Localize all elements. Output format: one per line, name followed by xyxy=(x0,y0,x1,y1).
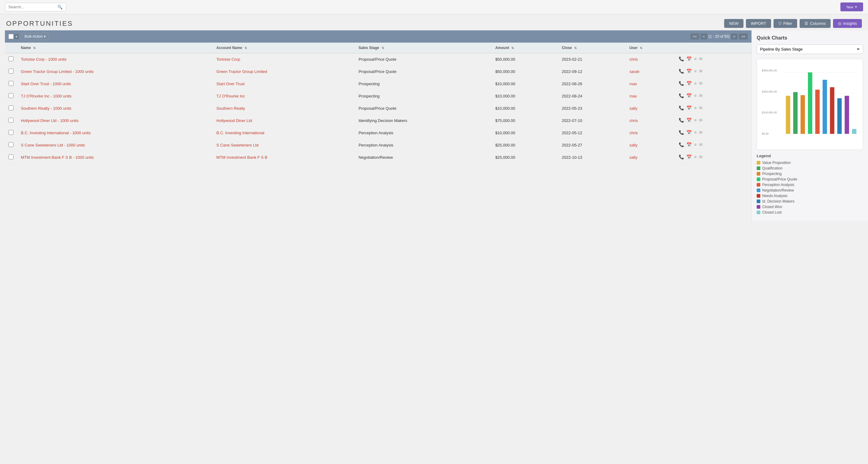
email-icon[interactable]: ✉ xyxy=(699,69,703,73)
new-header-button[interactable]: NEW xyxy=(724,19,743,28)
user-cell[interactable]: chris xyxy=(626,53,675,66)
calendar-icon[interactable]: 📅 xyxy=(686,69,692,73)
name-cell[interactable]: Tortoise Corp - 1000 units xyxy=(17,53,213,66)
user-cell[interactable]: max xyxy=(626,78,675,90)
checkbox-dropdown-arrow[interactable]: ▾ xyxy=(14,34,19,39)
last-page-button[interactable]: >> xyxy=(739,33,748,39)
notes-icon[interactable]: ≡ xyxy=(694,93,696,98)
user-cell[interactable]: chris xyxy=(626,127,675,139)
bulk-action-button[interactable]: Bulk Action ▾ xyxy=(21,33,49,40)
email-icon[interactable]: ✉ xyxy=(699,142,703,147)
notes-icon[interactable]: ≡ xyxy=(694,155,696,159)
row-checkbox[interactable] xyxy=(8,69,13,73)
email-icon[interactable]: ✉ xyxy=(699,93,703,98)
name-sort-icon[interactable]: ⇅ xyxy=(33,46,36,49)
row-checkbox[interactable] xyxy=(8,93,13,98)
name-cell[interactable]: Southern Realty - 1000 units xyxy=(17,102,213,114)
row-checkbox[interactable] xyxy=(8,81,13,86)
account-cell[interactable]: Hollywood Diner Ltd xyxy=(213,114,355,127)
name-cell[interactable]: Start Over Trust - 1000 units xyxy=(17,78,213,90)
account-cell[interactable]: Tortoise Corp xyxy=(213,53,355,66)
filter-button[interactable]: ▽ Filter xyxy=(774,19,797,28)
call-icon[interactable]: 📞 xyxy=(679,155,684,159)
name-cell[interactable]: MTM Investment Bank F S B - 1000 units xyxy=(17,152,213,164)
account-cell[interactable]: MTM Investment Bank F S B xyxy=(213,152,355,164)
account-cell[interactable]: TJ O'Rourke Inc xyxy=(213,90,355,102)
search-box[interactable]: 🔍 xyxy=(5,3,66,11)
user-cell[interactable]: sally xyxy=(626,102,675,114)
name-cell[interactable]: TJ O'Rourke Inc - 1000 units xyxy=(17,90,213,102)
calendar-icon[interactable]: 📅 xyxy=(686,118,692,123)
calendar-icon[interactable]: 📅 xyxy=(686,56,692,61)
notes-icon[interactable]: ≡ xyxy=(694,69,696,73)
email-icon[interactable]: ✉ xyxy=(699,118,703,123)
notes-icon[interactable]: ≡ xyxy=(694,56,696,61)
notes-icon[interactable]: ≡ xyxy=(694,130,696,135)
amount-col-header[interactable]: Amount ⇅ xyxy=(492,43,558,53)
call-icon[interactable]: 📞 xyxy=(679,81,684,86)
notes-icon[interactable]: ≡ xyxy=(694,81,696,86)
user-cell[interactable]: sally xyxy=(626,152,675,164)
call-icon[interactable]: 📞 xyxy=(679,105,684,110)
notes-icon[interactable]: ≡ xyxy=(694,118,696,123)
next-page-button[interactable]: > xyxy=(731,33,738,39)
row-checkbox[interactable] xyxy=(8,142,13,147)
search-input[interactable] xyxy=(8,5,57,9)
select-all-checkbox[interactable] xyxy=(8,34,13,39)
row-checkbox[interactable] xyxy=(8,155,13,159)
prev-page-button[interactable]: < xyxy=(701,33,707,39)
account-cell[interactable]: Start Over Trust xyxy=(213,78,355,90)
user-cell[interactable]: chris xyxy=(626,114,675,127)
call-icon[interactable]: 📞 xyxy=(679,142,684,147)
account-cell[interactable]: Green Tractor Group Limited xyxy=(213,66,355,78)
name-cell[interactable]: Hollywood Diner Ltd - 1000 units xyxy=(17,114,213,127)
calendar-icon[interactable]: 📅 xyxy=(686,105,692,110)
account-sort-icon[interactable]: ⇅ xyxy=(244,46,247,49)
notes-icon[interactable]: ≡ xyxy=(694,105,696,110)
name-col-header[interactable]: Name ⇅ xyxy=(17,43,213,53)
calendar-icon[interactable]: 📅 xyxy=(686,155,692,159)
user-col-header[interactable]: User ⇅ xyxy=(626,43,675,53)
calendar-icon[interactable]: 📅 xyxy=(686,93,692,98)
call-icon[interactable]: 📞 xyxy=(679,93,684,98)
call-icon[interactable]: 📞 xyxy=(679,56,684,61)
email-icon[interactable]: ✉ xyxy=(699,130,703,135)
notes-icon[interactable]: ≡ xyxy=(694,142,696,147)
row-checkbox[interactable] xyxy=(8,118,13,123)
email-icon[interactable]: ✉ xyxy=(699,81,703,86)
row-checkbox[interactable] xyxy=(8,130,13,135)
first-page-button[interactable]: << xyxy=(690,33,699,39)
name-cell[interactable]: B.C. Investing International - 1000 unit… xyxy=(17,127,213,139)
row-checkbox[interactable] xyxy=(8,105,13,110)
columns-button[interactable]: ☰ Columns xyxy=(800,19,831,28)
stage-sort-icon[interactable]: ⇅ xyxy=(381,46,384,49)
account-cell[interactable]: B.C. Investing International xyxy=(213,127,355,139)
call-icon[interactable]: 📞 xyxy=(679,118,684,123)
amount-sort-icon[interactable]: ⇅ xyxy=(511,46,514,49)
row-checkbox[interactable] xyxy=(8,56,13,61)
name-cell[interactable]: Green Tractor Group Limited - 1000 units xyxy=(17,66,213,78)
account-cell[interactable]: S Cane Sweeteners Ltd xyxy=(213,139,355,152)
new-button[interactable]: New ▾ xyxy=(840,2,863,11)
chart-select[interactable]: Pipeline By Sales StagePipeline By UserP… xyxy=(757,44,863,54)
insights-button[interactable]: ◎ Insights xyxy=(833,19,862,28)
account-col-header[interactable]: Account Name ⇅ xyxy=(213,43,355,53)
calendar-icon[interactable]: 📅 xyxy=(686,142,692,147)
user-sort-icon[interactable]: ⇅ xyxy=(640,46,642,49)
user-cell[interactable]: max xyxy=(626,90,675,102)
close-col-header[interactable]: Close ⇅ xyxy=(558,43,626,53)
name-cell[interactable]: S Cane Sweeteners Ltd - 1000 units xyxy=(17,139,213,152)
stage-col-header[interactable]: Sales Stage ⇅ xyxy=(355,43,492,53)
calendar-icon[interactable]: 📅 xyxy=(686,130,692,135)
user-cell[interactable]: sarah xyxy=(626,66,675,78)
account-cell[interactable]: Southern Realty xyxy=(213,102,355,114)
email-icon[interactable]: ✉ xyxy=(699,105,703,110)
call-icon[interactable]: 📞 xyxy=(679,130,684,135)
user-cell[interactable]: sally xyxy=(626,139,675,152)
call-icon[interactable]: 📞 xyxy=(679,69,684,73)
close-sort-icon[interactable]: ⇅ xyxy=(574,46,577,49)
import-button[interactable]: IMPORT xyxy=(746,19,771,28)
email-icon[interactable]: ✉ xyxy=(699,56,703,61)
calendar-icon[interactable]: 📅 xyxy=(686,81,692,86)
email-icon[interactable]: ✉ xyxy=(699,155,703,159)
